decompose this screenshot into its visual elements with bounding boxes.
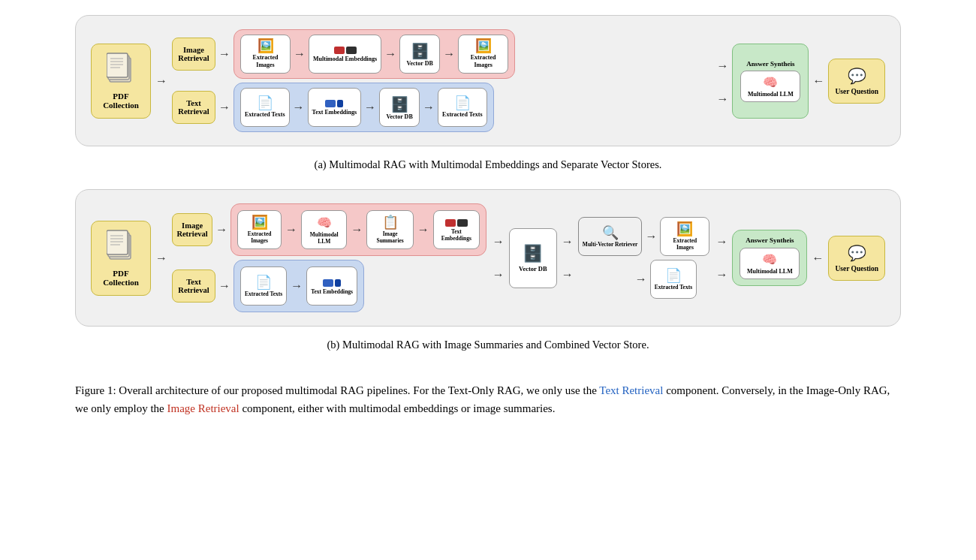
multi-vector-retriever-b: 🔍 Multi-Vector Retriever	[578, 217, 643, 256]
pink-section-a: 🖼️ Extracted Images → Multimodal Embeddi…	[233, 29, 515, 79]
blue-section-a: 📄 Extracted Texts → Text Embeddings →	[233, 83, 494, 132]
pdf-icon-b	[107, 229, 135, 266]
extracted-images-1-a: 🖼️ Extracted Images	[240, 35, 291, 74]
vector-db-1-a: 🗄️ Vector DB	[399, 35, 440, 74]
extracted-texts-2-b: 📄 Extracted Texts	[650, 260, 697, 299]
text-embeddings-b: Text Embeddings	[433, 210, 480, 249]
user-question-b: 💬 User Question	[828, 236, 885, 281]
answer-synthesis-b: Answer Syntheis 🧠 Multimodal LLM	[732, 230, 807, 286]
extracted-texts-2-a: 📄 Extracted Texts	[438, 88, 487, 127]
vector-db-2-a: 🗄️ Vector DB	[379, 88, 420, 127]
shared-db-wrapper-b: 🗄️ Vector DB	[509, 213, 557, 303]
pdf-icon-a	[107, 52, 135, 89]
user-question-a: 💬 User Question	[828, 59, 885, 104]
extracted-texts-1-b: 📄 Extracted Texts	[240, 266, 287, 306]
arrow-img-a: →	[218, 48, 230, 60]
text-retrieval-link: Text Retrieval	[599, 384, 663, 396]
pdf-label-b: PDF Collection	[95, 269, 147, 287]
diagram-b: PDF Collection → Image Retrieval → 🖼️ Ex…	[75, 189, 901, 327]
image-retrieval-label-a: Image Retrieval	[172, 38, 215, 71]
caption-b: (b) Multimodal RAG with Image Summaries …	[327, 339, 649, 351]
text-retrieval-label-a: Text Retrieval	[172, 91, 215, 124]
svg-rect-2	[107, 53, 128, 77]
extracted-images-2-a: 🖼️ Extracted Images	[458, 35, 508, 74]
text-embeddings-a: Text Embeddings	[308, 88, 362, 127]
extracted-texts-1-a: 📄 Extracted Texts	[240, 88, 290, 127]
blue-section-b: 📄 Extracted Texts → Text Embeddings	[233, 260, 364, 312]
extracted-images-2-b: 🖼️ Extracted Images	[660, 217, 709, 256]
image-retrieval-link: Image Retrieval	[167, 402, 239, 414]
svg-rect-9	[107, 230, 128, 254]
image-retrieval-label-b: Image Retrieval	[172, 213, 212, 246]
pink-section-b: 🖼️ Extracted Images → 🧠 Multimodal LLM →	[230, 203, 486, 256]
caption-a: (a) Multimodal RAG with Multimodal Embed…	[315, 158, 662, 171]
multimodal-embeddings-a: Multimodal Embeddings	[309, 35, 381, 74]
pdf-collection-b: PDF Collection	[91, 221, 151, 296]
multimodal-llm-1-b: 🧠 Multimodal LLM	[301, 210, 347, 249]
text-retrieval-label-b: Text Retrieval	[172, 269, 215, 303]
image-summaries-b: 📋 Image Summaries	[366, 210, 413, 249]
diagram-a: PDF Collection → Image Retrieval →	[75, 15, 901, 146]
pdf-collection-a: PDF Collection	[91, 44, 151, 119]
vector-db-b: 🗄️ Vector DB	[509, 228, 557, 288]
arrow-1a: →	[155, 75, 167, 87]
extracted-images-1-b: 🖼️ Extracted Images	[237, 210, 282, 249]
pdf-label-a: PDF Collection	[95, 92, 147, 110]
answer-synthesis-a: Answer Syntheis 🧠 Multimodal LLM	[732, 44, 809, 119]
figure-caption: Figure 1: Overall architecture of our pr…	[75, 381, 901, 417]
text-embeddings-2-b: Text Embeddings	[306, 266, 357, 306]
